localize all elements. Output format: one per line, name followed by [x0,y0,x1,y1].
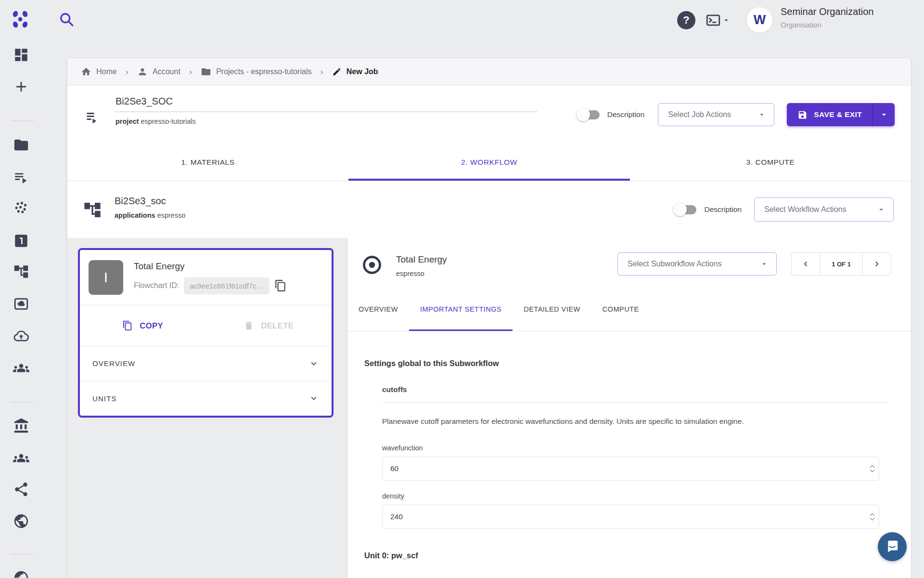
jobs-playlist-icon[interactable] [13,169,29,185]
home-icon [81,66,91,77]
selected-unit-card[interactable]: I Total Energy Flowchart ID: ac9ee1c651f… [78,248,334,418]
sidebar-divider [11,402,34,403]
copy-id-icon[interactable] [274,279,287,292]
stepper-up-icon [870,465,875,468]
org-role: Organisation [781,21,873,29]
console-menu-button[interactable] [706,13,731,27]
unit-card-actions: COPY DELETE [80,305,332,346]
unit-one-icon[interactable] [13,233,29,249]
accordion-label: OVERVIEW [92,359,135,368]
breadcrumb-label: Account [153,67,180,76]
project-label: project [116,118,139,125]
chevron-left-icon [801,259,810,269]
workflow-description-toggle[interactable] [673,203,696,216]
mat3ra-logo-icon[interactable] [10,9,31,30]
wavefunction-input[interactable] [382,457,879,481]
tab-compute[interactable]: COMPUTE [591,289,650,331]
search-icon[interactable] [58,11,75,28]
job-playlist-icon [85,108,102,126]
chevron-down-icon [879,110,889,119]
density-field [382,505,879,529]
wavefunction-field [382,457,879,481]
share-icon[interactable] [13,481,29,498]
sidebar [0,0,44,578]
save-exit-button[interactable]: SAVE & EXIT [787,103,895,126]
wavefunction-stepper[interactable] [870,465,875,473]
unit-heading: Unit 0: pw_scf [364,551,911,560]
tab-important-settings[interactable]: IMPORTANT SETTINGS [409,289,513,331]
job-description-label: Description [607,110,645,119]
org-switcher[interactable]: Seminar Organization Organisation [781,6,873,29]
subworkflow-settings: Settings global to this Subworkflow cuto… [347,331,911,578]
community-icon[interactable] [13,450,29,466]
folder-icon[interactable] [13,137,29,153]
cloud-upload-icon[interactable] [13,328,29,344]
job-description-toggle[interactable] [577,108,600,121]
pager-prev-button[interactable] [792,253,820,275]
workflows-tree-icon[interactable] [13,263,29,280]
subworkflow-tabs: OVERVIEW IMPORTANT SETTINGS DETAILED VIE… [347,289,911,331]
tab-workflow[interactable]: 2. WORKFLOW [348,144,629,181]
workflow-title[interactable]: Bi2Se3_soc [115,196,185,207]
avatar[interactable]: W [747,7,772,33]
unit-title: Total Energy [134,261,323,272]
flowchart-id-value[interactable]: ac9ee1c651f61cdf7c… [184,277,269,294]
save-icon [797,110,808,120]
applications-value: espresso [157,211,186,219]
job-actions-dropdown[interactable]: Select Job Actions [658,103,774,126]
unit-overview-accordion[interactable]: OVERVIEW [80,346,332,381]
trash-icon [244,320,254,331]
breadcrumb-label: Home [96,67,117,76]
chevron-right-icon: › [317,66,326,77]
pencil-icon [332,67,342,77]
add-icon[interactable] [13,79,29,95]
cutoffs-group: cutoffs Planewave cutoff parameters for … [382,385,889,529]
dashboard-icon[interactable] [13,47,29,63]
workflow-actions-label: Select Workflow Actions [764,205,846,214]
subworkflow-actions-dropdown[interactable]: Select Subworkflow Actions [617,252,777,276]
terminal-icon [706,13,721,27]
chevron-down-icon [308,393,319,404]
chevron-down-icon [760,260,769,268]
unit-units-accordion[interactable]: UNITS [80,381,332,416]
public-globe-partial-icon[interactable] [13,570,29,578]
delete-label: DELETE [261,321,294,330]
density-stepper[interactable] [870,513,875,521]
person-icon [137,66,148,77]
subworkflow-target-icon [361,254,383,276]
subworkflow-title: Total Energy [396,254,447,265]
tab-overview[interactable]: OVERVIEW [347,289,409,331]
breadcrumb-account[interactable]: Account [137,66,180,77]
public-globe-icon[interactable] [13,513,29,529]
tab-compute[interactable]: 3. COMPUTE [630,144,911,181]
tab-detailed-view[interactable]: DETAILED VIEW [513,289,591,331]
chevron-down-icon [308,358,319,369]
density-label: density [382,492,889,500]
job-project-line: project espresso-tutorials [116,118,537,125]
pager-label: 1 OF 1 [820,253,863,275]
accordion-label: UNITS [92,394,117,403]
job-title[interactable]: Bi2Se3_SOC [116,96,537,107]
unit-card-header: I Total Energy Flowchart ID: ac9ee1c651f… [80,250,332,305]
breadcrumb-home[interactable]: Home [81,66,117,77]
breadcrumb-project[interactable]: Projects - espresso-tutorials [201,66,311,77]
bank-images-icon[interactable] [13,296,29,312]
group-name: cutoffs [382,385,889,394]
sidebar-divider [11,554,34,555]
institution-icon[interactable] [13,418,29,434]
workflow-actions-dropdown[interactable]: Select Workflow Actions [754,197,894,222]
chat-launcher[interactable] [878,532,907,561]
help-icon[interactable]: ? [677,11,695,29]
tab-materials[interactable]: 1. MATERIALS [67,144,348,181]
chevron-down-icon [757,110,766,119]
unit-copy-button[interactable]: COPY [80,320,206,331]
unit-badge: I [89,260,123,295]
unit-delete-button[interactable]: DELETE [206,320,332,331]
team-icon[interactable] [13,360,29,376]
subworkflow-actions-label: Select Subworkflow Actions [628,260,722,268]
pager-next-button[interactable] [863,253,891,275]
materials-atoms-icon[interactable] [13,200,29,217]
save-options-caret[interactable] [873,103,895,126]
density-input[interactable] [382,505,879,529]
workflow-tree-icon [83,200,102,220]
